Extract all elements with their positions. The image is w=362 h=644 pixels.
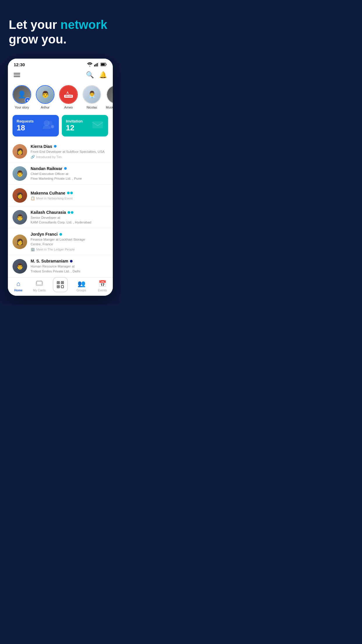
- story-arneo[interactable]: Λ_ 161×161 Arneo: [59, 85, 78, 109]
- kierra-name: Kierra Dias: [31, 144, 52, 149]
- contact-nandan[interactable]: 👨 Nandan Raikwar Chief Executive Officer…: [8, 163, 113, 185]
- invitations-card[interactable]: Invitation 12: [62, 115, 108, 136]
- wifi-icon: [87, 62, 92, 66]
- nav-groups[interactable]: 👥 Groups: [71, 280, 92, 292]
- ms-avatar: 👨: [13, 259, 27, 274]
- groups-label: Groups: [77, 289, 86, 292]
- nav-bar: 🔍 🔔: [8, 69, 113, 82]
- status-bar: 12:30: [8, 59, 113, 69]
- jordyn-meta: 🏢 Meet in The Ledger People: [31, 247, 108, 251]
- nicolas-label: Nicolas: [87, 106, 97, 109]
- requests-card-label: Requests: [17, 119, 34, 123]
- hero-title-part1: Let your: [9, 18, 60, 32]
- svg-rect-16: [61, 286, 64, 288]
- makenna-avatar: 👩: [13, 188, 27, 203]
- kailash-sub: Senior Developer at KAM Consultants Corp…: [31, 215, 108, 225]
- svg-rect-17: [58, 282, 59, 283]
- contact-ms[interactable]: 👨 M. S. Subramaniam Human Resource Manag…: [8, 255, 113, 277]
- svg-rect-12: [37, 281, 42, 285]
- arneo-avatar: Λ_ 161×161: [59, 85, 78, 104]
- ms-info: M. S. Subramaniam Human Resource Manager…: [31, 259, 108, 273]
- svg-rect-18: [62, 282, 63, 283]
- story-nicolas[interactable]: 👨‍💼 Nicolas: [82, 85, 101, 109]
- jordyn-avatar: 👩: [13, 235, 27, 249]
- kailash-name: Kailash Chaurasia: [31, 210, 66, 215]
- arneo-label: Arneo: [64, 106, 73, 109]
- muskan-label: Muskan Gupta: [106, 106, 113, 109]
- kierra-status-dot: [54, 145, 57, 148]
- ms-name: M. S. Subramaniam: [31, 259, 68, 263]
- events-label: Events: [98, 289, 107, 292]
- your-story-label: Your story: [15, 106, 29, 109]
- cards-row: Requests 18 + Invitation 12: [8, 114, 113, 141]
- contacts-list: 👩 Kierra Dias Front End Developer at Sub…: [8, 141, 113, 277]
- story-muskan[interactable]: 👩 Muskan Gupta: [106, 85, 113, 109]
- requests-card[interactable]: Requests 18 +: [13, 115, 59, 136]
- nicolas-avatar: 👨‍💼: [82, 85, 101, 104]
- svg-point-7: [48, 121, 52, 125]
- kierra-meta-icon: 🔗: [31, 155, 35, 159]
- jordyn-sub: Finance Manger at Lockhart Storage Centr…: [31, 237, 108, 246]
- nav-my-cards[interactable]: My Cards: [29, 280, 50, 292]
- svg-rect-2: [97, 63, 98, 66]
- story-your-story[interactable]: 👤 + Your story: [13, 85, 31, 109]
- kierra-sub: Front End Developer at Subfloor Specialt…: [31, 149, 108, 154]
- stories-row: 👤 + Your story 👨 Arthur Λ_ 161×161: [8, 82, 113, 114]
- add-story-icon: +: [25, 97, 31, 103]
- svg-text:+: +: [52, 125, 53, 128]
- events-icon: 📅: [99, 280, 106, 288]
- nandan-info: Nandan Raikwar Chief Executive Officer a…: [31, 166, 108, 181]
- svg-rect-0: [94, 65, 95, 66]
- jordyn-info: Jordyn Franci Finance Manger at Lockhart…: [31, 232, 108, 251]
- contact-makenna[interactable]: 👩 Makenna Culhane 📋 Meet in Networking E…: [8, 185, 113, 206]
- nav-events[interactable]: 📅 Events: [92, 280, 113, 292]
- jordyn-name: Jordyn Franci: [31, 232, 58, 237]
- makenna-double-dot: [67, 192, 73, 194]
- arthur-label: Arthur: [41, 106, 50, 109]
- makenna-name: Makenna Culhane: [31, 191, 65, 195]
- battery-icon: [101, 63, 107, 66]
- invitations-card-icon: [91, 119, 104, 132]
- ms-sub: Human Resource Manager at Trident Smiles…: [31, 264, 108, 273]
- svg-rect-19: [58, 286, 59, 287]
- hero-title-part2: grow you.: [9, 32, 66, 46]
- hero-section: Let your network grow you.: [0, 0, 121, 59]
- svg-rect-1: [96, 64, 96, 66]
- invitations-card-label: Invitation: [66, 119, 83, 123]
- nandan-status-dot: [64, 167, 67, 170]
- scanner-button[interactable]: [53, 277, 68, 292]
- nav-action-icons: 🔍 🔔: [86, 71, 107, 79]
- contact-kierra[interactable]: 👩 Kierra Dias Front End Developer at Sub…: [8, 141, 113, 163]
- story-arthur[interactable]: 👨 Arthur: [36, 85, 55, 109]
- hamburger-menu[interactable]: [14, 73, 20, 77]
- nav-home[interactable]: ⌂ Home: [8, 280, 29, 292]
- kierra-meta: 🔗 Introduced by Tim: [31, 155, 108, 159]
- my-cards-icon: [36, 280, 43, 288]
- ms-status-dot: [70, 260, 73, 262]
- phone-mockup: 12:30: [8, 59, 113, 296]
- kierra-info: Kierra Dias Front End Developer at Subfl…: [31, 144, 108, 159]
- jordyn-status-dot: [59, 233, 62, 236]
- bottom-nav: ⌂ Home My Cards: [8, 277, 113, 296]
- contact-kailash[interactable]: 👨 Kailash Chaurasia Senior Developer at …: [8, 206, 113, 228]
- home-icon: ⌂: [16, 280, 20, 288]
- invitations-card-count: 12: [66, 123, 83, 132]
- arthur-avatar: 👨: [36, 85, 55, 104]
- requests-card-count: 18: [17, 123, 34, 132]
- jordyn-meta-icon: 🏢: [31, 247, 35, 251]
- nandan-name: Nandan Raikwar: [31, 166, 62, 171]
- contact-jordyn[interactable]: 👩 Jordyn Franci Finance Manger at Lockha…: [8, 228, 113, 255]
- groups-icon: 👥: [78, 280, 85, 288]
- kailash-double-dot: [68, 211, 73, 214]
- bell-icon[interactable]: 🔔: [99, 71, 107, 79]
- svg-rect-3: [98, 62, 99, 66]
- kailash-info: Kailash Chaurasia Senior Developer at KA…: [31, 210, 108, 225]
- kailash-avatar: 👨: [13, 210, 27, 225]
- svg-rect-11: [36, 281, 43, 286]
- makenna-meta-icon: 📋: [31, 196, 35, 200]
- search-icon[interactable]: 🔍: [86, 71, 94, 79]
- svg-rect-5: [101, 64, 105, 66]
- nav-scanner[interactable]: [50, 280, 71, 292]
- status-time: 12:30: [14, 62, 25, 67]
- requests-card-icon: +: [42, 119, 55, 132]
